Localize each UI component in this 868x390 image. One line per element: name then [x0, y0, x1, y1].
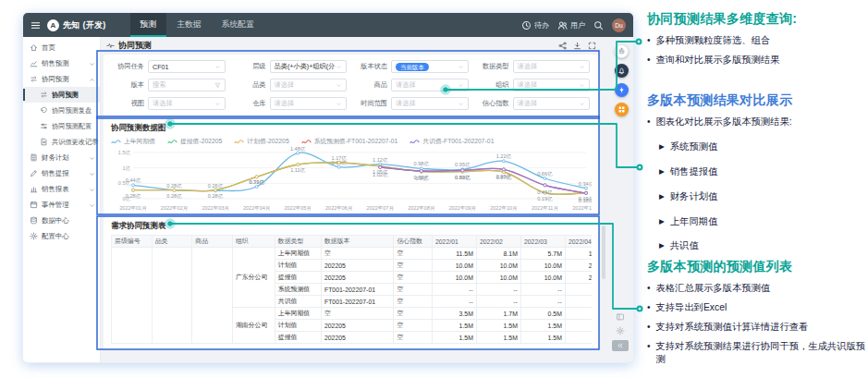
sidebar-item-12[interactable]: 配置中心 [23, 228, 100, 244]
sidebar-item-4[interactable]: 协同预测复盘 [23, 103, 100, 118]
value-cell: 10.0M [476, 272, 520, 284]
sidebar-item-6[interactable]: 共识值更改记录 [23, 134, 100, 150]
gear-icon [616, 326, 625, 335]
sidebar-item-3[interactable]: 协同预测 [23, 87, 100, 103]
collab-icon [40, 91, 48, 99]
share-button[interactable] [558, 42, 567, 50]
table-header-2: 商品 [192, 236, 233, 248]
fullscreen-button[interactable] [588, 42, 596, 50]
collapse-button[interactable] [612, 340, 629, 351]
arrow-bullet-icon: ▶ [659, 215, 665, 228]
value-cell: 0.5M [520, 308, 565, 320]
legend-item-2[interactable]: 计划值-202205 [234, 137, 288, 146]
value-cell: 10.0M [520, 272, 565, 284]
notifications-button[interactable] [615, 64, 629, 78]
avatar[interactable]: Du [612, 18, 626, 32]
data-type-cell: 共识值 [275, 296, 321, 308]
sidebar-item-5[interactable]: 协同预测配置 [23, 118, 100, 134]
filter-control-4[interactable]: 搜索 [148, 79, 226, 91]
collab-icon [30, 75, 38, 83]
data-version-cell: 202205 [321, 320, 394, 332]
todo-button[interactable]: 待办 [521, 20, 549, 30]
table-wrap: 层级编号品类商品组织数据类型数据版本信心指数2022/012022/022022… [111, 235, 592, 344]
filter-label: 版本状态 [356, 62, 387, 71]
filter-label: 协同任务 [113, 62, 144, 71]
svg-text:2022年06月: 2022年06月 [325, 205, 352, 212]
value-cell: 8.1M [476, 248, 520, 260]
svg-text:0.19亿: 0.19亿 [537, 196, 553, 201]
assistant-button[interactable] [615, 44, 629, 58]
annotation-text: 多种预测颗粒度筛选、组合 [656, 34, 771, 47]
filter-control-3[interactable]: 请选择 [513, 60, 591, 73]
filter-control-9[interactable]: 请选择 [270, 97, 348, 110]
filter-control-11[interactable]: 请选择 [513, 97, 591, 110]
filter-control-10[interactable]: 请选择 [391, 97, 469, 110]
confidence-cell: 空 [394, 308, 432, 320]
sidebar-item-9[interactable]: 销售报表 [23, 181, 100, 197]
legend-item-1[interactable]: 提报值-202205 [167, 137, 222, 146]
filter-control-0[interactable]: CF01 [148, 60, 226, 73]
tab-1[interactable]: 主数据 [166, 13, 211, 37]
svg-text:0.98亿: 0.98亿 [414, 161, 430, 166]
filter-control-5[interactable]: 请选择 [270, 79, 348, 91]
filter-control-8[interactable]: 请选择 [148, 97, 226, 110]
legend-item-0[interactable]: 上年同期值 [111, 137, 155, 146]
value-cell: -- [565, 284, 592, 296]
sidebar-item-0[interactable]: 首页 [23, 40, 100, 55]
filter-control-7[interactable]: 请选择 [513, 79, 591, 91]
filter-control-2[interactable]: 当前版本 [391, 60, 469, 73]
value-cell: 1.5M [432, 320, 476, 332]
legend-item-4[interactable]: 共识值-FT001-202207-01 [410, 137, 494, 146]
svg-text:0.28亿: 0.28亿 [126, 193, 141, 199]
confidence-cell: 空 [394, 248, 432, 260]
scrollbar[interactable] [602, 225, 605, 279]
tab-2[interactable]: 系统配置 [212, 13, 264, 37]
filter-label: 组织 [478, 80, 509, 90]
db-icon [30, 216, 38, 225]
tab-0[interactable]: 预测 [130, 13, 167, 37]
sidebar-item-11[interactable]: 数据中心 [23, 213, 100, 228]
arrow-bullet-icon: ▶ [659, 165, 665, 178]
sidebar-item-1[interactable]: 销售预测 [23, 55, 100, 71]
data-type-cell: 提报值 [275, 332, 321, 344]
export-button[interactable] [573, 42, 581, 50]
legend-line-icon [410, 139, 420, 144]
sidebar-item-10[interactable]: 事件管理 [23, 197, 100, 213]
data-version-cell: 202205 [321, 332, 394, 344]
filter-field-8: 视图请选择 [113, 97, 226, 110]
table-section-title: 需求协同预测表 [111, 221, 592, 232]
sidebar-item-7[interactable]: 财务计划 [23, 150, 100, 165]
settings-button[interactable] [616, 326, 625, 335]
value-cell: 25.0M [565, 272, 592, 284]
sidebar-item-label: 共识值更改记录 [52, 138, 98, 147]
legend-line-icon [301, 139, 312, 144]
filter-control-6[interactable]: 请选择 [391, 79, 469, 91]
sidebar-item-2[interactable]: 协同预测 [23, 71, 100, 87]
hamburger-icon[interactable] [31, 20, 41, 30]
value-cell: 1.7M [476, 308, 520, 320]
sidebar-item-label: 协同预测复盘 [52, 106, 92, 116]
filter-control-1[interactable]: 品类(+小类)+组织(分公司) [270, 60, 348, 73]
page-actions [552, 42, 596, 50]
annotation-item: •支持对系统预测结果进行协同干预，生成共识版预测 [647, 340, 866, 366]
filter-label: 商品 [356, 80, 387, 90]
chevron-down-icon [579, 63, 585, 71]
svg-text:2022年07月: 2022年07月 [367, 205, 394, 212]
table-header-1: 品类 [152, 236, 192, 248]
value-cell: 5.0M [565, 320, 592, 332]
data-type-cell: 系统预测值 [275, 284, 321, 296]
global-search-button[interactable] [593, 20, 604, 30]
svg-text:2022年05月: 2022年05月 [285, 205, 312, 212]
sidebar-item-8[interactable]: 销售提报 [23, 165, 100, 181]
edit-icon [30, 169, 38, 177]
floating-buttons [615, 44, 629, 116]
apps-button[interactable] [615, 103, 629, 116]
data-type-cell: 提报值 [275, 272, 321, 284]
quick-actions-button[interactable] [615, 83, 629, 97]
todo-label: 待办 [534, 20, 549, 30]
user-button[interactable]: 用户 [557, 20, 585, 30]
legend-item-3[interactable]: 系统预测值-FT001-202207-01 [301, 137, 398, 146]
panel-button[interactable] [616, 312, 625, 322]
annotation-text: 销售提报值 [670, 165, 717, 178]
filter-placeholder: 请选择 [153, 99, 173, 108]
